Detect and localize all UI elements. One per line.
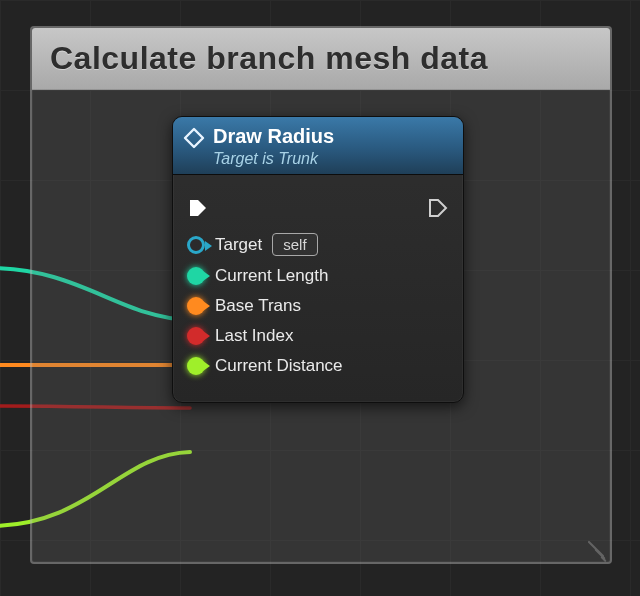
pin-label: Target (215, 235, 262, 255)
base-trans-pin[interactable] (187, 297, 205, 315)
exec-out-pin[interactable] (427, 197, 449, 219)
pin-label: Last Index (215, 326, 293, 346)
pin-row-current-distance: Current Distance (187, 356, 449, 376)
exec-in-pin[interactable] (187, 197, 209, 219)
pin-label: Current Length (215, 266, 328, 286)
current-length-pin[interactable] (187, 267, 205, 285)
node-header[interactable]: Draw Radius Target is Trunk (173, 117, 463, 175)
node-subtitle: Target is Trunk (213, 150, 451, 168)
target-pin[interactable] (187, 236, 205, 254)
pin-label: Base Trans (215, 296, 301, 316)
node-title: Draw Radius (213, 125, 451, 148)
current-distance-pin[interactable] (187, 357, 205, 375)
node-body: Target self Current Length Base Trans La… (173, 175, 463, 402)
last-index-pin[interactable] (187, 327, 205, 345)
blueprint-node[interactable]: Draw Radius Target is Trunk Target self … (172, 116, 464, 403)
pin-row-current-length: Current Length (187, 266, 449, 286)
target-default-value[interactable]: self (272, 233, 317, 256)
pin-label: Current Distance (215, 356, 343, 376)
pin-row-target: Target self (187, 233, 449, 256)
resize-handle-icon[interactable] (582, 534, 604, 556)
pin-row-base-trans: Base Trans (187, 296, 449, 316)
function-node-icon (183, 127, 205, 149)
comment-title[interactable]: Calculate branch mesh data (32, 28, 610, 90)
pin-row-last-index: Last Index (187, 326, 449, 346)
